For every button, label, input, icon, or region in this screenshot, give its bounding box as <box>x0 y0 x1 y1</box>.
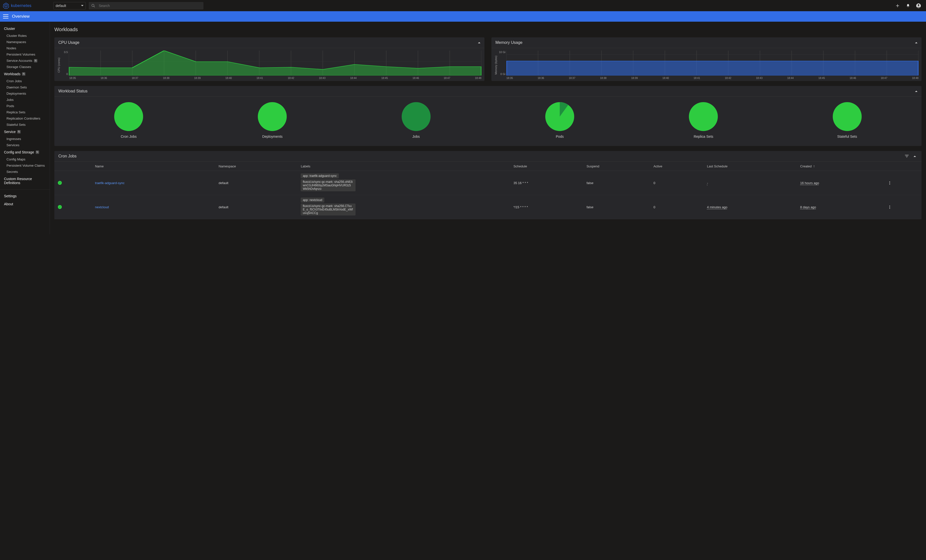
workload-status-label: Pods <box>556 134 564 139</box>
table-header[interactable]: Created↑ <box>797 162 884 171</box>
svg-line-7 <box>4 6 5 6</box>
sidebar-item[interactable]: Secrets <box>0 169 50 175</box>
table-header[interactable]: Namespace <box>215 162 297 171</box>
svg-point-1 <box>5 5 7 7</box>
svg-point-14 <box>918 4 920 6</box>
cpu-ylabel: CPU (cores) <box>57 57 61 73</box>
secondary-bar: Overview <box>0 11 926 22</box>
sidebar-item[interactable]: Namespaces <box>0 39 50 45</box>
nav-settings[interactable]: Settings <box>0 192 50 200</box>
cronjob-name-link[interactable]: nextcloud <box>95 205 109 209</box>
sidebar-item[interactable]: Replication Controllers <box>0 115 50 122</box>
row-actions-menu[interactable] <box>888 181 892 184</box>
sidebar-item[interactable]: Persistent Volume Claims <box>0 162 50 169</box>
table-header[interactable]: Schedule <box>510 162 583 171</box>
search-input[interactable] <box>99 4 201 8</box>
sidebar-item[interactable]: Ingresses <box>0 136 50 142</box>
svg-line-3 <box>7 5 8 5</box>
svg-point-46 <box>258 102 287 131</box>
table-header[interactable]: Active <box>650 162 704 171</box>
nav-section-service[interactable]: Service N <box>0 128 50 136</box>
status-ok-icon <box>58 205 62 209</box>
label-chip: app: nextcloud <box>301 198 324 202</box>
badge-n-icon: N <box>34 59 38 62</box>
search-box[interactable] <box>89 2 203 9</box>
row-actions-menu[interactable] <box>888 205 892 209</box>
card-title-cronjobs: Cron Jobs <box>58 154 77 158</box>
workload-status-item: Deployments <box>257 102 287 139</box>
table-header[interactable] <box>884 162 921 171</box>
sidebar-item[interactable]: Cluster Roles <box>0 33 50 39</box>
search-icon <box>91 4 95 8</box>
collapse-icon[interactable] <box>914 156 916 157</box>
svg-point-45 <box>114 102 143 131</box>
sidebar-item[interactable]: Storage Classes <box>0 64 50 70</box>
cronjob-name-link[interactable]: traefik-adguard-sync <box>95 181 125 185</box>
sidebar-item[interactable]: Jobs <box>0 97 50 103</box>
sidebar-item[interactable]: Stateful Sets <box>0 122 50 128</box>
status-pie-icon <box>257 102 287 131</box>
svg-point-50 <box>833 102 862 131</box>
collapse-icon[interactable] <box>915 42 917 43</box>
nav-section-cluster[interactable]: Cluster <box>0 25 50 33</box>
collapse-icon[interactable] <box>478 42 480 43</box>
table-header[interactable]: Labels <box>297 162 510 171</box>
card-title-memory: Memory Usage <box>495 40 522 45</box>
filter-icon[interactable] <box>905 154 909 158</box>
chevron-down-icon <box>81 5 83 6</box>
sidebar-item[interactable]: Replica Sets <box>0 109 50 115</box>
card-cron-jobs: Cron Jobs NameNamespaceLabelsScheduleSus… <box>54 151 921 219</box>
create-button[interactable] <box>895 3 900 8</box>
svg-marker-0 <box>3 3 9 9</box>
sidebar-item[interactable]: Services <box>0 142 50 148</box>
workload-status-item: Jobs <box>401 102 431 139</box>
table-header[interactable] <box>54 162 91 171</box>
nav-section-crd[interactable]: Custom Resource Definitions <box>0 175 50 187</box>
sidebar-item[interactable]: Service Accounts N <box>0 57 50 64</box>
table-header[interactable]: Name <box>91 162 215 171</box>
workload-status-label: Deployments <box>262 134 283 139</box>
workload-status-label: Replica Sets <box>694 134 713 139</box>
sort-asc-icon: ↑ <box>813 164 815 168</box>
card-memory-usage: Memory Usage Memory (bytes) 10 Gi0 Gi 18… <box>492 37 921 81</box>
card-title-status: Workload Status <box>58 89 88 94</box>
nav-divider <box>0 189 50 190</box>
table-row: nextclouddefaultapp: nextcloudfluxcd.io/… <box>54 195 921 219</box>
sidebar-item[interactable]: Persistent Volumes <box>0 51 50 57</box>
nav-about[interactable]: About <box>0 200 50 208</box>
table-header[interactable]: Suspend <box>583 162 650 171</box>
label-chip: fluxcd.io/sync-gc-mark: sha256.oN63iwnCG… <box>301 180 356 191</box>
sidebar-item[interactable]: Nodes <box>0 45 50 51</box>
label-chip: fluxcd.io/sync-gc-mark: sha256.CTsuE_o_f… <box>301 204 356 216</box>
page-title: Workloads <box>54 27 921 32</box>
sidebar-item[interactable]: Cron Jobs <box>0 78 50 84</box>
label-chip: app: traefik-adguard-sync <box>301 174 339 178</box>
badge-n-icon: N <box>22 72 26 76</box>
collapse-icon[interactable] <box>915 91 917 92</box>
card-workload-status: Workload Status Cron JobsDeploymentsJobs… <box>54 86 921 146</box>
nav-section-config[interactable]: Config and Storage N <box>0 148 50 156</box>
workload-status-label: Jobs <box>412 134 420 139</box>
account-button[interactable] <box>916 3 921 8</box>
sidebar-item[interactable]: Config Maps <box>0 156 50 162</box>
nav-section-workloads-label: Workloads <box>4 72 20 76</box>
status-pie-icon <box>832 102 862 131</box>
status-pie-icon <box>114 102 144 131</box>
notifications-button[interactable] <box>906 3 911 8</box>
namespace-selector[interactable]: default <box>53 2 86 9</box>
workload-status-item: Stateful Sets <box>832 102 862 139</box>
badge-n-icon: N <box>17 130 21 134</box>
table-header[interactable]: Last Schedule <box>704 162 797 171</box>
nav-section-workloads[interactable]: Workloads N <box>0 70 50 78</box>
sidebar-item[interactable]: Pods <box>0 103 50 109</box>
status-ok-icon <box>58 181 62 185</box>
sidebar-item[interactable]: Daemon Sets <box>0 84 50 91</box>
page-context-title: Overview <box>12 14 30 19</box>
workload-status-item: Cron Jobs <box>114 102 144 139</box>
workload-status-label: Cron Jobs <box>121 134 137 139</box>
menu-toggle[interactable] <box>3 14 9 19</box>
svg-point-9 <box>92 4 94 6</box>
sidebar-item[interactable]: Deployments <box>0 91 50 97</box>
svg-line-4 <box>7 6 8 6</box>
last-schedule: - <box>707 181 708 185</box>
